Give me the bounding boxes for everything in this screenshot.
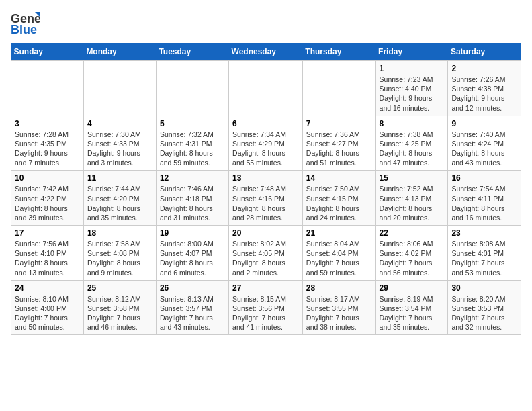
day-info: Sunrise: 7:40 AM Sunset: 4:24 PM Dayligh…: [451, 130, 517, 168]
day-info: Sunrise: 8:17 AM Sunset: 3:55 PM Dayligh…: [306, 294, 372, 332]
day-number: 23: [451, 228, 517, 238]
day-info: Sunrise: 7:56 AM Sunset: 4:10 PM Dayligh…: [15, 239, 80, 277]
calendar-cell: [156, 61, 228, 116]
calendar-cell: 23Sunrise: 8:08 AM Sunset: 4:01 PM Dayli…: [448, 226, 521, 281]
day-number: 29: [380, 283, 445, 293]
calendar-cell: 2Sunrise: 7:26 AM Sunset: 4:38 PM Daylig…: [448, 61, 521, 116]
day-number: 18: [87, 228, 152, 238]
day-number: 30: [451, 283, 517, 293]
day-number: 21: [306, 228, 372, 238]
calendar-cell: [11, 61, 84, 116]
day-info: Sunrise: 7:26 AM Sunset: 4:38 PM Dayligh…: [451, 75, 517, 113]
calendar-cell: 30Sunrise: 8:20 AM Sunset: 3:53 PM Dayli…: [448, 280, 521, 335]
day-info: Sunrise: 8:02 AM Sunset: 4:05 PM Dayligh…: [232, 239, 299, 277]
day-number: 28: [306, 283, 372, 293]
header-saturday: Saturday: [448, 43, 521, 61]
calendar-cell: 14Sunrise: 7:50 AM Sunset: 4:15 PM Dayli…: [302, 171, 375, 226]
calendar-cell: 29Sunrise: 8:19 AM Sunset: 3:54 PM Dayli…: [375, 280, 448, 335]
day-number: 26: [160, 283, 225, 293]
day-info: Sunrise: 8:06 AM Sunset: 4:02 PM Dayligh…: [380, 239, 445, 277]
header-tuesday: Tuesday: [156, 43, 228, 61]
day-number: 11: [87, 173, 152, 183]
day-info: Sunrise: 7:54 AM Sunset: 4:11 PM Dayligh…: [451, 184, 517, 222]
calendar-cell: 20Sunrise: 8:02 AM Sunset: 4:05 PM Dayli…: [229, 226, 303, 281]
calendar-cell: 4Sunrise: 7:30 AM Sunset: 4:33 PM Daylig…: [83, 116, 156, 171]
header-wednesday: Wednesday: [229, 43, 303, 61]
day-info: Sunrise: 7:52 AM Sunset: 4:13 PM Dayligh…: [380, 184, 445, 222]
day-number: 3: [15, 119, 80, 128]
calendar-cell: 17Sunrise: 7:56 AM Sunset: 4:10 PM Dayli…: [11, 226, 84, 281]
calendar-week-1: 1Sunrise: 7:23 AM Sunset: 4:40 PM Daylig…: [11, 61, 521, 116]
calendar-cell: 27Sunrise: 8:15 AM Sunset: 3:56 PM Dayli…: [229, 280, 303, 335]
day-number: 14: [306, 173, 372, 183]
calendar-cell: 5Sunrise: 7:32 AM Sunset: 4:31 PM Daylig…: [156, 116, 228, 171]
day-info: Sunrise: 7:34 AM Sunset: 4:29 PM Dayligh…: [232, 130, 299, 168]
calendar-table: SundayMondayTuesdayWednesdayThursdayFrid…: [11, 43, 521, 335]
calendar-cell: 3Sunrise: 7:28 AM Sunset: 4:35 PM Daylig…: [11, 116, 84, 171]
day-info: Sunrise: 8:12 AM Sunset: 3:58 PM Dayligh…: [87, 294, 152, 332]
calendar-week-5: 24Sunrise: 8:10 AM Sunset: 4:00 PM Dayli…: [11, 280, 521, 335]
header-sunday: Sunday: [11, 43, 84, 61]
calendar-cell: 19Sunrise: 8:00 AM Sunset: 4:07 PM Dayli…: [156, 226, 228, 281]
header-monday: Monday: [83, 43, 156, 61]
day-info: Sunrise: 7:50 AM Sunset: 4:15 PM Dayligh…: [306, 184, 372, 222]
calendar-cell: 28Sunrise: 8:17 AM Sunset: 3:55 PM Dayli…: [302, 280, 375, 335]
day-number: 6: [232, 119, 299, 128]
day-info: Sunrise: 8:08 AM Sunset: 4:01 PM Dayligh…: [451, 239, 517, 277]
day-info: Sunrise: 7:48 AM Sunset: 4:16 PM Dayligh…: [232, 184, 299, 222]
calendar-cell: 24Sunrise: 8:10 AM Sunset: 4:00 PM Dayli…: [11, 280, 84, 335]
calendar-cell: 11Sunrise: 7:44 AM Sunset: 4:20 PM Dayli…: [83, 171, 156, 226]
day-number: 24: [15, 283, 80, 293]
day-info: Sunrise: 7:32 AM Sunset: 4:31 PM Dayligh…: [160, 130, 225, 168]
calendar-cell: 12Sunrise: 7:46 AM Sunset: 4:18 PM Dayli…: [156, 171, 228, 226]
calendar-cell: 8Sunrise: 7:38 AM Sunset: 4:25 PM Daylig…: [375, 116, 448, 171]
page-header: General Blue: [11, 11, 521, 36]
day-info: Sunrise: 7:30 AM Sunset: 4:33 PM Dayligh…: [87, 130, 152, 168]
day-number: 5: [160, 119, 225, 128]
calendar-week-3: 10Sunrise: 7:42 AM Sunset: 4:22 PM Dayli…: [11, 171, 521, 226]
day-info: Sunrise: 7:36 AM Sunset: 4:27 PM Dayligh…: [306, 130, 372, 168]
calendar-cell: 21Sunrise: 8:04 AM Sunset: 4:04 PM Dayli…: [302, 226, 375, 281]
calendar-cell: 13Sunrise: 7:48 AM Sunset: 4:16 PM Dayli…: [229, 171, 303, 226]
day-number: 27: [232, 283, 299, 293]
calendar-cell: 1Sunrise: 7:23 AM Sunset: 4:40 PM Daylig…: [375, 61, 448, 116]
day-info: Sunrise: 8:19 AM Sunset: 3:54 PM Dayligh…: [380, 294, 445, 332]
day-info: Sunrise: 8:10 AM Sunset: 4:00 PM Dayligh…: [15, 294, 80, 332]
day-number: 20: [232, 228, 299, 238]
day-info: Sunrise: 7:42 AM Sunset: 4:22 PM Dayligh…: [15, 184, 80, 222]
day-number: 25: [87, 283, 152, 293]
calendar-cell: 25Sunrise: 8:12 AM Sunset: 3:58 PM Dayli…: [83, 280, 156, 335]
header-thursday: Thursday: [302, 43, 375, 61]
calendar-cell: 9Sunrise: 7:40 AM Sunset: 4:24 PM Daylig…: [448, 116, 521, 171]
day-info: Sunrise: 8:00 AM Sunset: 4:07 PM Dayligh…: [160, 239, 225, 277]
day-number: 10: [15, 173, 80, 183]
day-number: 2: [451, 64, 517, 73]
calendar-week-4: 17Sunrise: 7:56 AM Sunset: 4:10 PM Dayli…: [11, 226, 521, 281]
day-info: Sunrise: 7:44 AM Sunset: 4:20 PM Dayligh…: [87, 184, 152, 222]
day-info: Sunrise: 7:38 AM Sunset: 4:25 PM Dayligh…: [380, 130, 445, 168]
day-number: 9: [451, 119, 517, 128]
logo-icon: General Blue: [11, 11, 40, 36]
calendar-cell: 16Sunrise: 7:54 AM Sunset: 4:11 PM Dayli…: [448, 171, 521, 226]
calendar-cell: 6Sunrise: 7:34 AM Sunset: 4:29 PM Daylig…: [229, 116, 303, 171]
calendar-cell: 15Sunrise: 7:52 AM Sunset: 4:13 PM Dayli…: [375, 171, 448, 226]
day-number: 16: [451, 173, 517, 183]
calendar-cell: 22Sunrise: 8:06 AM Sunset: 4:02 PM Dayli…: [375, 226, 448, 281]
day-number: 12: [160, 173, 225, 183]
day-info: Sunrise: 8:20 AM Sunset: 3:53 PM Dayligh…: [451, 294, 517, 332]
day-info: Sunrise: 8:13 AM Sunset: 3:57 PM Dayligh…: [160, 294, 225, 332]
day-info: Sunrise: 8:15 AM Sunset: 3:56 PM Dayligh…: [232, 294, 299, 332]
day-number: 8: [380, 119, 445, 128]
day-number: 19: [160, 228, 225, 238]
calendar-cell: [302, 61, 375, 116]
day-number: 4: [87, 119, 152, 128]
day-number: 1: [380, 64, 445, 73]
day-info: Sunrise: 7:46 AM Sunset: 4:18 PM Dayligh…: [160, 184, 225, 222]
calendar-cell: 10Sunrise: 7:42 AM Sunset: 4:22 PM Dayli…: [11, 171, 84, 226]
header-friday: Friday: [375, 43, 448, 61]
day-info: Sunrise: 7:28 AM Sunset: 4:35 PM Dayligh…: [15, 130, 80, 168]
svg-text:Blue: Blue: [11, 23, 37, 36]
calendar-cell: 7Sunrise: 7:36 AM Sunset: 4:27 PM Daylig…: [302, 116, 375, 171]
day-number: 17: [15, 228, 80, 238]
day-number: 22: [380, 228, 445, 238]
